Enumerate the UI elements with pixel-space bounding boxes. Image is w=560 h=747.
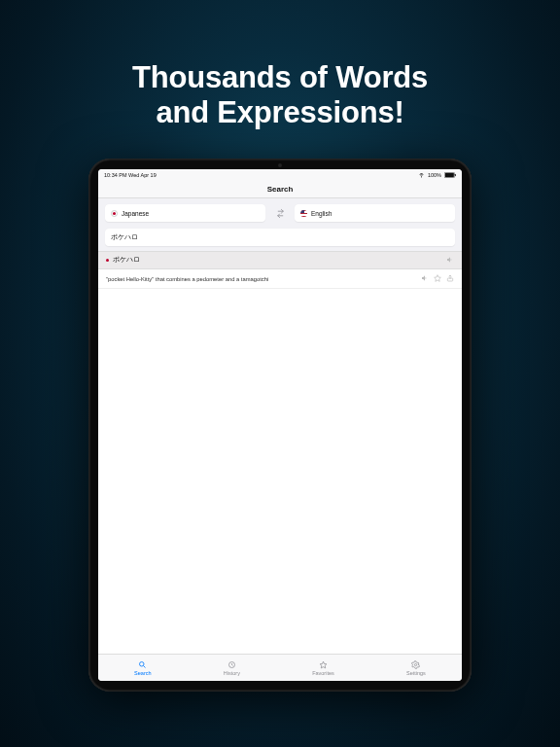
- target-language-label: English: [311, 210, 332, 217]
- target-language-button[interactable]: English: [295, 204, 455, 222]
- flag-japan-icon: [111, 210, 118, 217]
- flag-english-icon: [300, 210, 307, 217]
- headline-line-2: and Expressions!: [132, 95, 428, 130]
- tab-settings[interactable]: Settings: [406, 660, 426, 676]
- history-icon: [228, 660, 236, 669]
- tab-favorites-label: Favorites: [312, 670, 334, 676]
- search-icon: [138, 660, 147, 669]
- promo-background: Thousands of Words and Expressions! 10:3…: [0, 0, 560, 747]
- speaker-icon[interactable]: [446, 256, 454, 265]
- battery-text: 100%: [428, 172, 441, 178]
- lang-dot-icon: [106, 259, 109, 262]
- tab-favorites[interactable]: Favorites: [312, 660, 334, 676]
- page-title: Search: [98, 181, 462, 198]
- status-time: 10:34 PM Wed Apr 19: [104, 172, 157, 178]
- search-input-value: ポケハロ: [111, 232, 138, 242]
- svg-rect-1: [445, 173, 454, 177]
- tab-history[interactable]: History: [224, 660, 240, 676]
- source-language-button[interactable]: Japanese: [105, 204, 265, 222]
- svg-point-6: [415, 663, 417, 665]
- camera-notch: [278, 163, 282, 167]
- language-selector-row: Japanese English: [98, 198, 462, 228]
- swap-languages-button[interactable]: [271, 204, 289, 222]
- result-headword: ポケハロ: [113, 256, 140, 265]
- svg-rect-2: [455, 173, 456, 176]
- result-actions: [421, 274, 454, 283]
- battery-icon: [444, 172, 456, 179]
- status-bar: 10:34 PM Wed Apr 19 100%: [98, 169, 462, 181]
- result-row[interactable]: "pocket Hello-Kitty" that combines a ped…: [98, 269, 462, 289]
- svg-point-4: [140, 661, 145, 666]
- search-input[interactable]: ポケハロ: [105, 229, 455, 246]
- result-definition: "pocket Hello-Kitty" that combines a ped…: [106, 276, 268, 282]
- wifi-icon: [418, 171, 425, 179]
- content-area: [98, 289, 462, 654]
- tablet-frame: 10:34 PM Wed Apr 19 100% Search Japanese: [88, 159, 472, 692]
- tab-search-label: Search: [134, 670, 151, 676]
- tab-bar: Search History Favorites Settings: [98, 654, 462, 681]
- star-icon: [319, 660, 328, 669]
- tab-search[interactable]: Search: [134, 660, 151, 676]
- pronounce-icon[interactable]: [421, 274, 429, 283]
- tab-settings-label: Settings: [406, 670, 426, 676]
- gear-icon: [411, 660, 420, 669]
- result-header[interactable]: ポケハロ: [98, 251, 462, 269]
- favorite-star-icon[interactable]: [434, 274, 441, 283]
- promo-headline: Thousands of Words and Expressions!: [132, 60, 428, 129]
- headline-line-1: Thousands of Words: [132, 60, 428, 95]
- share-icon[interactable]: [446, 274, 454, 283]
- tab-history-label: History: [224, 670, 240, 676]
- app-screen: 10:34 PM Wed Apr 19 100% Search Japanese: [98, 169, 462, 681]
- swap-icon: [275, 208, 286, 219]
- source-language-label: Japanese: [122, 210, 149, 217]
- status-right: 100%: [418, 171, 456, 179]
